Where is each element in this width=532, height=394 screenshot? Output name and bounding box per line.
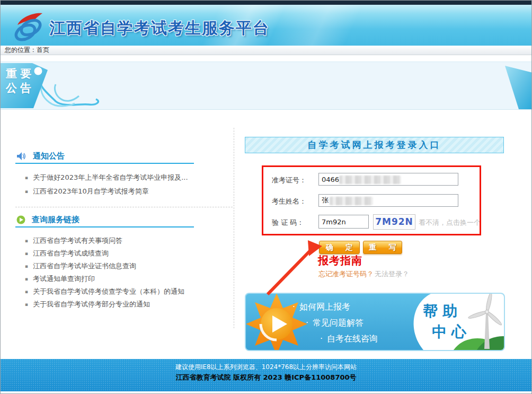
- notice-item[interactable]: 江西省2023年10月自学考试报考简章: [25, 185, 237, 198]
- help-link-faq[interactable]: ·常见问题解答: [306, 315, 378, 331]
- footer: 建议使用IE8以上系列浏览器、1024*768以上分辨率访问本网站 江西省教育考…: [1, 359, 531, 391]
- notice-tag-line1: 重要: [6, 67, 34, 81]
- service-item[interactable]: 关于我省自学考试停考侦查学专业（本科）的通知: [25, 285, 237, 298]
- service-item[interactable]: 江西省自学考试有关事项问答: [25, 234, 237, 247]
- section-divider: [15, 207, 233, 207]
- breadcrumb-label: 您的位置：: [5, 46, 37, 54]
- bullet: ·: [320, 334, 323, 344]
- service-item[interactable]: 江西省自学考试毕业证书信息查询: [25, 260, 237, 273]
- cannot-login-link[interactable]: 无法登录？: [375, 269, 409, 279]
- speaker-icon: [16, 152, 26, 161]
- header: 江西省自学考试考生服务平台: [1, 5, 531, 46]
- site-title: 江西省自学考试考生服务平台: [49, 17, 270, 39]
- captcha-image[interactable]: 7M92N: [373, 214, 415, 230]
- notices-title: 通知公告: [33, 151, 65, 161]
- footer-copyright: 江西省教育考试院 版权所有 2023 赣ICP备11008700号: [1, 373, 531, 382]
- guide-annotation-label: 报考指南: [318, 253, 362, 268]
- column-divider: [234, 128, 234, 328]
- captcha-input[interactable]: [318, 215, 369, 229]
- admission-number-label: 准考证号：: [272, 176, 306, 185]
- notice-tag-line2: 公告: [6, 81, 34, 95]
- notice-item[interactable]: 关于做好2023年上半年全省自学考试毕业申报及...: [25, 171, 237, 185]
- captcha-refresh-hint[interactable]: 看不清，点击换一个: [419, 218, 481, 227]
- service-item[interactable]: 江西省自学考试成绩查询: [25, 247, 237, 260]
- help-link-online-consult[interactable]: ·自考在线咨询: [320, 331, 378, 347]
- notices-underline: [15, 163, 194, 164]
- page: 江西省自学考试考生服务平台 您的位置：首页 重要 公告 通知公告: [0, 0, 532, 394]
- site-logo: [11, 11, 45, 45]
- service-list: 江西省自学考试有关事项问答 江西省自学考试成绩查询 江西省自学考试毕业证书信息查…: [25, 234, 237, 311]
- breadcrumb: 您的位置：首页: [1, 46, 531, 55]
- service-item[interactable]: 考试通知单查询打印: [25, 273, 237, 285]
- forgot-number-link[interactable]: 忘记准考证号码？: [318, 269, 374, 279]
- bullet: ·: [306, 318, 308, 328]
- candidate-name-label: 考生姓名：: [272, 197, 306, 206]
- redaction-blur: [330, 197, 373, 205]
- footer-browser-note: 建议使用IE8以上系列浏览器、1024*768以上分辨率访问本网站: [1, 363, 531, 372]
- top-strip: [1, 1, 531, 5]
- captcha-label: 验 证 码：: [272, 218, 304, 227]
- help-center-title[interactable]: 帮助 中心: [423, 301, 471, 342]
- help-link-how-to-register[interactable]: ·如何网上报考: [292, 299, 378, 315]
- help-center-line2: 中心: [423, 321, 471, 342]
- help-banner: ·如何网上报考 ·常见问题解答 ·自考在线咨询 帮助 中心: [245, 293, 505, 351]
- reset-button[interactable]: 重 写: [363, 241, 402, 254]
- corner-triangle-decoration: [503, 65, 532, 110]
- red-arrow-annotation: [261, 238, 327, 297]
- services-title: 查询服务链接: [32, 215, 79, 225]
- play-circle-icon: [16, 215, 25, 224]
- bullet: ·: [292, 302, 295, 312]
- services-section-header: 查询服务链接: [16, 215, 79, 225]
- service-item[interactable]: 关于我省自学考试停考部分专业的通知: [25, 298, 237, 311]
- breadcrumb-home-link[interactable]: 首页: [37, 46, 49, 54]
- help-center-line1: 帮助: [423, 302, 462, 320]
- services-underline: [15, 226, 194, 227]
- notice-list: 关于做好2023年上半年全省自学考试毕业申报及... 江西省2023年10月自学…: [25, 171, 237, 198]
- notices-section-header: 通知公告: [16, 151, 65, 161]
- notice-tag-text: 重要 公告: [6, 67, 34, 95]
- help-links: ·如何网上报考 ·常见问题解答 ·自考在线咨询: [292, 299, 378, 347]
- confirm-button[interactable]: 确 定: [319, 241, 360, 254]
- redaction-blur: [339, 176, 401, 184]
- login-panel-title: 自学考试网上报考登录入口: [245, 137, 504, 153]
